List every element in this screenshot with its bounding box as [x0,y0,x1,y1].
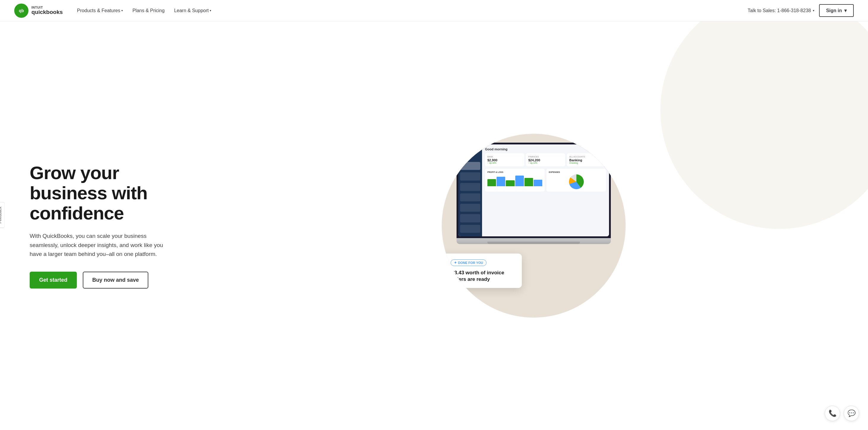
card-2-sub: ↑ Up 12% [528,162,563,164]
dashboard-charts: PROFIT & LOSS [485,169,606,192]
notification-badge: ✦ DONE FOR YOU [451,260,487,266]
hero-circle: qb [442,134,626,318]
notification-text: $4,733.43 worth of invoice reminders are… [442,270,516,283]
laptop-screen: qb [458,144,609,236]
buy-now-button[interactable]: Buy now and save [83,272,148,289]
dash-card-3: ALL ACCOUNTS Banking Checking [567,153,606,166]
svg-text:qb: qb [19,8,24,13]
sidebar-item-7 [460,225,480,233]
laptop-mockup: qb [457,143,611,244]
quickbooks-logo-icon: qb [14,4,29,18]
talk-sales-chevron-icon: ▾ [813,9,814,12]
dash-card-1: BANK $2,900 ↑ Up 30% [485,153,524,166]
notification-card: ✦ ✦ DONE FOR YOU $4,733.43 worth of invo… [442,254,522,288]
sidebar-item-3 [460,183,480,191]
hero-title: Grow your business with confidence [30,163,196,224]
bottom-right-icons: 📞 💬 [825,406,859,421]
laptop-base [457,238,611,244]
navbar-right: Talk to Sales: 1-866-318-8238 ▾ Sign in … [748,4,854,17]
nav-pricing-label: Plans & Pricing [132,8,165,13]
feedback-tab[interactable]: Feedback [0,202,5,228]
nav-links: Products & Features ▾ Plans & Pricing Le… [73,6,215,16]
notification-top: ✦ ✦ DONE FOR YOU [442,259,516,267]
svg-text:qb: qb [468,151,472,154]
products-chevron-icon: ▾ [121,9,123,12]
card-3-label: ALL ACCOUNTS [569,156,604,158]
hero-image-area: qb [214,134,854,318]
chat-icon: 💬 [847,409,856,417]
notification-badge-text: DONE FOR YOU [458,261,483,265]
hero-subtitle: With QuickBooks, you can scale your busi… [30,232,172,259]
signin-button[interactable]: Sign in ▾ [819,4,854,17]
bar-chart [487,174,542,186]
nav-item-pricing[interactable]: Plans & Pricing [129,6,168,16]
card-1-label: BANK [487,156,522,158]
signin-label: Sign in [826,8,842,13]
hero-section: Grow your business with confidence With … [0,21,868,430]
bar-2 [497,177,505,186]
bar-6 [534,180,542,186]
learn-chevron-icon: ▾ [210,9,211,12]
hero-content: Grow your business with confidence With … [30,163,196,289]
navbar-left: qb INTUIT quickbooks Products & Features… [14,4,215,18]
dashboard-sidebar: qb [458,144,482,236]
sidebar-item-1 [460,162,480,170]
navbar: qb INTUIT quickbooks Products & Features… [0,0,868,21]
dash-logo-icon: qb [465,147,475,157]
logo-quickbooks-label: quickbooks [31,9,63,15]
donut-chart [569,174,584,189]
expenses-chart-label: EXPENSES [549,171,604,173]
dashboard-greeting: Good morning [485,147,606,151]
hero-buttons: Get started Buy now and save [30,272,196,289]
get-started-button[interactable]: Get started [30,272,77,289]
chat-support-button[interactable]: 💬 [844,406,859,421]
sidebar-item-5 [460,204,480,212]
bar-5 [525,178,533,186]
card-2-value: $24,200 [528,158,563,162]
card-1-sub: ↑ Up 30% [487,162,522,164]
card-1-value: $2,900 [487,158,522,162]
badge-star-icon: ✦ [454,261,457,265]
phone-support-button[interactable]: 📞 [825,406,840,421]
dashboard-inner: qb [458,144,609,236]
sidebar-item-2 [460,172,480,180]
logo-text: INTUIT quickbooks [31,6,63,15]
card-3-sub: Checking [569,162,604,164]
phone-icon: 📞 [829,409,837,417]
dash-card-2: FINANCES $24,200 ↑ Up 12% [526,153,565,166]
card-2-label: FINANCES [528,156,563,158]
profit-chart-label: PROFIT & LOSS [487,171,542,173]
bar-1 [487,179,496,186]
talk-to-sales[interactable]: Talk to Sales: 1-866-318-8238 ▾ [748,8,814,13]
nav-item-products[interactable]: Products & Features ▾ [73,6,127,16]
profit-loss-chart: PROFIT & LOSS [485,169,545,192]
nav-item-learn[interactable]: Learn & Support ▾ [170,6,215,16]
nav-products-label: Products & Features [77,8,120,13]
dashboard-main: Good morning BANK $2,900 ↑ Up 30% FINANC… [482,144,609,236]
laptop-screen-wrap: qb [457,143,611,238]
signin-chevron-icon: ▾ [844,8,847,13]
card-3-value: Banking [569,158,604,162]
bar-4 [515,175,524,186]
sidebar-item-6 [460,214,480,222]
nav-learn-label: Learn & Support [174,8,209,13]
talk-to-sales-label: Talk to Sales: 1-866-318-8238 [748,8,811,13]
bar-3 [506,180,515,186]
sidebar-item-4 [460,193,480,201]
dashboard-cards: BANK $2,900 ↑ Up 30% FINANCES $24,200 ↑ … [485,153,606,166]
notification-sparkle-icon: ✦ [442,259,447,267]
expenses-chart: EXPENSES [547,169,606,192]
logo[interactable]: qb INTUIT quickbooks [14,4,63,18]
